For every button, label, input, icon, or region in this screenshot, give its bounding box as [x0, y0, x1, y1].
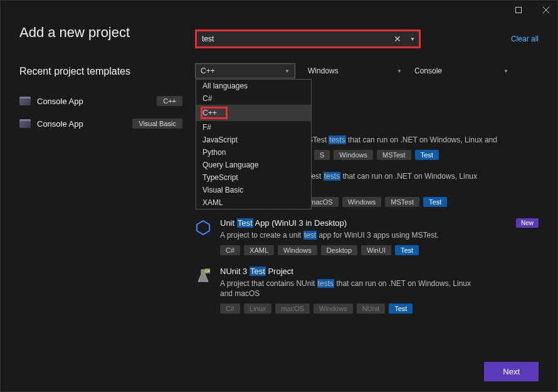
dropdown-item-javascript[interactable]: JavaScript — [196, 134, 311, 146]
recent-template-item[interactable]: Console App C++ — [19, 90, 182, 112]
result-title: NUnit 3 Test Project — [220, 267, 483, 276]
template-result[interactable]: New Unit Test App (WinUI 3 in Desktop) A… — [195, 218, 539, 255]
console-app-icon — [19, 119, 31, 128]
next-button[interactable]: Next — [484, 362, 539, 381]
chevron-down-icon: ▼ — [503, 68, 508, 74]
svg-text:C#: C# — [205, 269, 210, 273]
clear-all-link[interactable]: Clear all — [511, 34, 539, 43]
recent-item-label: Console App — [37, 97, 150, 106]
dropdown-item-cpp[interactable]: C++ — [196, 105, 311, 121]
result-title: Unit Test App (WinUI 3 in Desktop) — [220, 218, 439, 228]
project-type-filter-label: Console — [414, 66, 442, 75]
tag-highlighted: Test — [423, 197, 447, 207]
language-dropdown: All languages C# C++ F# JavaScript Pytho… — [196, 79, 312, 209]
platform-filter-label: Windows — [308, 66, 339, 75]
dropdown-item-all-languages[interactable]: All languages — [196, 80, 311, 92]
result-tags: S Windows MSTest Test — [314, 150, 497, 160]
tag: C# — [220, 304, 240, 314]
search-box-highlighted: ✕ ▼ — [195, 29, 421, 48]
tag: Windows — [342, 197, 382, 207]
tag: MSTest — [377, 150, 411, 160]
chevron-down-icon: ▼ — [285, 68, 290, 74]
tag: macOS — [275, 304, 310, 314]
tag: S — [314, 150, 330, 160]
recent-item-label: Console App — [37, 119, 126, 129]
new-badge: New — [516, 218, 539, 228]
page-title: Add a new project — [19, 24, 182, 41]
svg-rect-0 — [516, 8, 522, 13]
project-type-filter[interactable]: Console ▼ — [414, 63, 508, 78]
search-dropdown-icon[interactable]: ▼ — [406, 36, 419, 42]
tag: Linux — [244, 304, 271, 314]
maximize-button[interactable] — [511, 3, 526, 18]
dropdown-item-typescript[interactable]: TypeScript — [196, 171, 311, 184]
template-result[interactable]: STest tests that can run on .NET on Wind… — [308, 135, 539, 160]
console-app-icon — [19, 97, 31, 105]
tag-highlighted: Test — [395, 245, 419, 255]
language-pill: Visual Basic — [132, 119, 182, 129]
tag: XAML — [244, 245, 274, 255]
result-description: A project that contains NUnit tests that… — [220, 278, 483, 299]
dropdown-item-csharp[interactable]: C# — [196, 92, 311, 105]
recent-templates-heading: Recent project templates — [19, 66, 182, 77]
cpp-highlight-box: C++ — [201, 107, 228, 119]
tag: WinUI — [361, 245, 391, 255]
tag: C# — [220, 245, 240, 255]
dropdown-item-visual-basic[interactable]: Visual Basic — [196, 184, 311, 196]
platform-filter[interactable]: Windows ▼ — [308, 63, 402, 78]
chevron-down-icon: ▼ — [397, 68, 402, 74]
result-tags: C# Linux macOS Windows NUnit Test — [220, 304, 483, 314]
dropdown-item-python[interactable]: Python — [196, 146, 311, 159]
template-result[interactable]: C# NUnit 3 Test Project A project that c… — [195, 267, 539, 314]
tag: NUnit — [357, 304, 386, 314]
search-input[interactable] — [197, 32, 389, 46]
result-tags: C# XAML Windows Desktop WinUI Test — [220, 245, 439, 255]
titlebar — [1, 1, 557, 19]
result-description: STest tests that can run on .NET on Wind… — [308, 135, 497, 145]
close-button[interactable] — [539, 3, 554, 18]
language-pill: C++ — [157, 96, 182, 106]
tag: MSTest — [385, 197, 419, 207]
tag: Windows — [334, 150, 373, 160]
tag-highlighted: Test — [389, 304, 413, 314]
tag: Windows — [313, 304, 353, 314]
winui-hex-icon — [195, 220, 211, 236]
dropdown-item-xaml[interactable]: XAML — [196, 196, 311, 209]
flask-cs-icon: C# — [195, 268, 211, 284]
dropdown-item-query-language[interactable]: Query Language — [196, 159, 311, 171]
recent-template-item[interactable]: Console App Visual Basic — [19, 112, 182, 135]
tag-highlighted: Test — [415, 150, 439, 160]
result-description: A project to create a unit test app for … — [220, 230, 439, 240]
tag: Desktop — [321, 245, 357, 255]
dropdown-item-fsharp[interactable]: F# — [196, 121, 311, 134]
clear-search-icon[interactable]: ✕ — [389, 34, 406, 44]
svg-marker-3 — [197, 221, 209, 235]
language-filter-label: C++ — [201, 66, 215, 75]
language-filter[interactable]: C++ ▼ All languages C# C++ F# JavaScript… — [195, 63, 295, 78]
tag: Windows — [278, 245, 317, 255]
